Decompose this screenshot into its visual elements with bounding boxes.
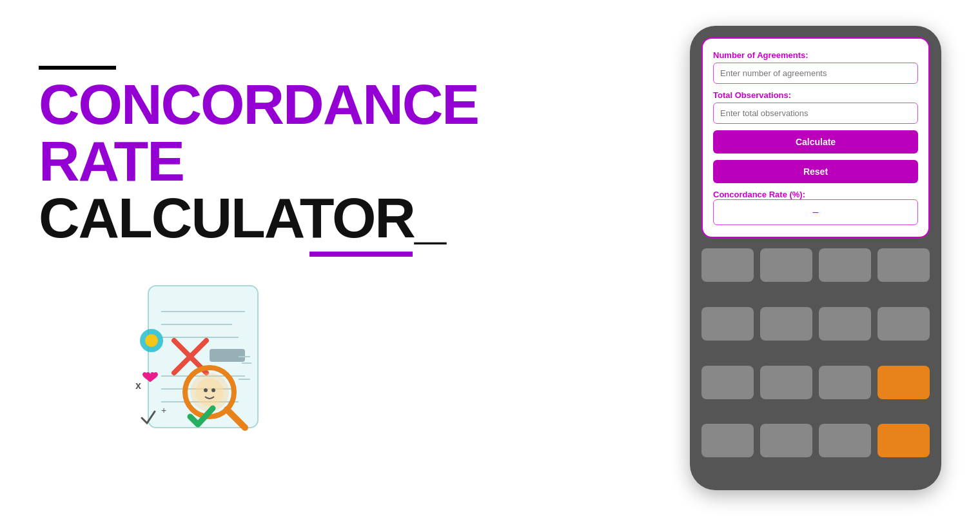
title-line3: CALCULATOR_ (39, 190, 490, 246)
calculator-device: Number of Agreements: Total Observations… (690, 26, 941, 490)
calculator-keypad (701, 246, 930, 479)
result-group: Concordance Rate (%): – (713, 190, 918, 225)
left-section: CONCORDANCE RATE CALCULATOR_ (39, 66, 490, 450)
key-button-16[interactable] (877, 424, 930, 457)
svg-point-16 (211, 388, 215, 392)
observations-input[interactable] (713, 103, 918, 124)
key-button-15[interactable] (819, 424, 871, 457)
observations-field-group: Total Observations: (713, 90, 918, 124)
concordance-illustration: x + (90, 279, 309, 447)
title-line1: CONCORDANCE (39, 76, 490, 133)
calculator-screen: Number of Agreements: Total Observations… (701, 37, 930, 238)
result-label: Concordance Rate (%): (713, 190, 918, 199)
calculate-button[interactable]: Calculate (713, 130, 918, 154)
key-button-5[interactable] (701, 307, 754, 341)
key-button-3[interactable] (819, 248, 871, 282)
key-button-8[interactable] (877, 307, 930, 341)
agreements-field-group: Number of Agreements: (713, 50, 918, 84)
key-button-12[interactable] (877, 366, 930, 399)
result-value: – (713, 199, 918, 225)
title-line2: RATE (39, 133, 490, 190)
key-button-1[interactable] (701, 248, 754, 282)
key-button-2[interactable] (760, 248, 812, 282)
key-button-14[interactable] (760, 424, 812, 457)
svg-point-14 (195, 378, 224, 406)
reset-button[interactable]: Reset (713, 160, 918, 183)
svg-point-15 (204, 388, 208, 392)
key-button-9[interactable] (701, 366, 754, 399)
key-button-4[interactable] (877, 248, 930, 282)
agreements-label: Number of Agreements: (713, 50, 918, 60)
key-button-7[interactable] (819, 307, 871, 341)
svg-point-11 (145, 334, 158, 347)
key-button-6[interactable] (760, 307, 812, 341)
observations-label: Total Observations: (713, 90, 918, 100)
key-button-11[interactable] (819, 366, 871, 399)
illustration-area: x + (77, 276, 322, 450)
svg-text:x: x (135, 380, 141, 391)
agreements-input[interactable] (713, 63, 918, 84)
svg-text:+: + (161, 405, 166, 415)
key-button-10[interactable] (760, 366, 812, 399)
right-section: Number of Agreements: Total Observations… (690, 26, 941, 490)
key-button-13[interactable] (701, 424, 754, 457)
title-underline-decoration (309, 252, 413, 257)
title-bar-decoration (39, 66, 116, 70)
svg-rect-9 (210, 349, 245, 362)
